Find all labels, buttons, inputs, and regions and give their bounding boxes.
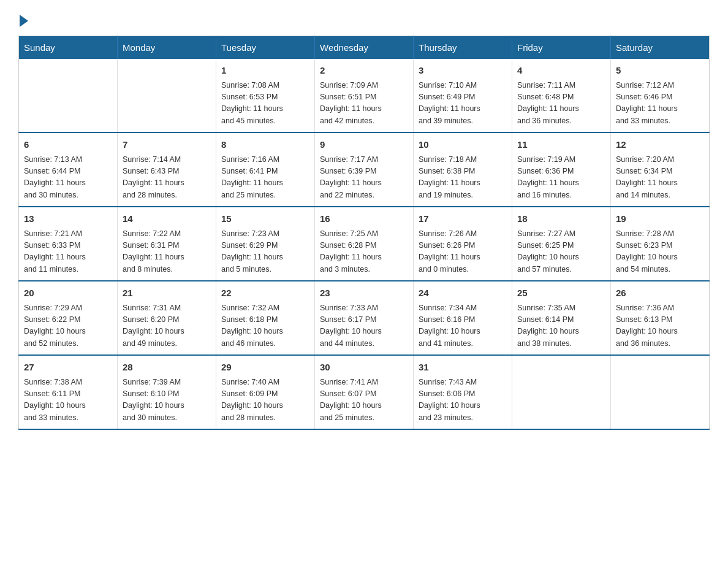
day-info: Sunrise: 7:40 AMSunset: 6:09 PMDaylight:… [221,377,309,424]
calendar-cell: 17Sunrise: 7:26 AMSunset: 6:26 PMDayligh… [414,207,512,281]
day-number: 24 [419,286,507,301]
day-info: Sunrise: 7:29 AMSunset: 6:22 PMDaylight:… [24,302,112,350]
calendar-cell: 11Sunrise: 7:19 AMSunset: 6:36 PMDayligh… [512,132,611,207]
calendar-cell: 9Sunrise: 7:17 AMSunset: 6:39 PMDaylight… [315,132,414,207]
calendar-cell: 18Sunrise: 7:27 AMSunset: 6:25 PMDayligh… [512,207,611,281]
day-number: 3 [419,64,507,78]
calendar-cell [512,355,611,429]
calendar-cell: 10Sunrise: 7:18 AMSunset: 6:38 PMDayligh… [414,132,512,207]
weekday-header-wednesday: Wednesday [315,36,414,59]
day-info: Sunrise: 7:12 AMSunset: 6:46 PMDaylight:… [616,80,704,128]
day-info: Sunrise: 7:35 AMSunset: 6:14 PMDaylight:… [517,302,605,350]
day-number: 6 [24,138,112,152]
day-number: 28 [123,361,211,375]
day-info: Sunrise: 7:16 AMSunset: 6:41 PMDaylight:… [221,154,309,202]
day-info: Sunrise: 7:43 AMSunset: 6:06 PMDaylight:… [419,377,507,424]
day-info: Sunrise: 7:33 AMSunset: 6:17 PMDaylight:… [320,302,408,350]
day-info: Sunrise: 7:22 AMSunset: 6:31 PMDaylight:… [123,228,211,276]
calendar-cell: 23Sunrise: 7:33 AMSunset: 6:17 PMDayligh… [315,281,414,355]
day-info: Sunrise: 7:09 AMSunset: 6:51 PMDaylight:… [320,80,408,128]
day-number: 1 [221,64,309,78]
day-number: 21 [123,286,211,301]
calendar-cell: 14Sunrise: 7:22 AMSunset: 6:31 PMDayligh… [118,207,216,281]
calendar-cell: 25Sunrise: 7:35 AMSunset: 6:14 PMDayligh… [512,281,611,355]
day-info: Sunrise: 7:19 AMSunset: 6:36 PMDaylight:… [517,154,605,202]
calendar-cell: 27Sunrise: 7:38 AMSunset: 6:11 PMDayligh… [19,355,118,429]
day-number: 18 [517,212,605,226]
day-number: 19 [616,212,704,226]
day-number: 25 [517,286,605,301]
calendar-cell: 29Sunrise: 7:40 AMSunset: 6:09 PMDayligh… [216,355,315,429]
day-info: Sunrise: 7:27 AMSunset: 6:25 PMDaylight:… [517,228,605,276]
calendar-cell: 5Sunrise: 7:12 AMSunset: 6:46 PMDaylight… [611,59,710,132]
weekday-header-monday: Monday [118,36,216,59]
calendar-cell: 20Sunrise: 7:29 AMSunset: 6:22 PMDayligh… [19,281,118,355]
day-number: 2 [320,64,408,78]
logo [18,12,28,26]
calendar-cell: 3Sunrise: 7:10 AMSunset: 6:49 PMDaylight… [414,59,512,132]
day-number: 30 [320,361,408,375]
day-number: 16 [320,212,408,226]
calendar-cell [19,59,118,132]
logo-arrow-icon [20,15,28,27]
day-number: 14 [123,212,211,226]
day-info: Sunrise: 7:17 AMSunset: 6:39 PMDaylight:… [320,154,408,202]
day-info: Sunrise: 7:23 AMSunset: 6:29 PMDaylight:… [221,228,309,276]
day-number: 27 [24,361,112,375]
calendar-cell: 19Sunrise: 7:28 AMSunset: 6:23 PMDayligh… [611,207,710,281]
calendar-cell: 21Sunrise: 7:31 AMSunset: 6:20 PMDayligh… [118,281,216,355]
day-info: Sunrise: 7:13 AMSunset: 6:44 PMDaylight:… [24,154,112,202]
weekday-header-thursday: Thursday [414,36,512,59]
calendar-cell: 6Sunrise: 7:13 AMSunset: 6:44 PMDaylight… [19,132,118,207]
day-info: Sunrise: 7:14 AMSunset: 6:43 PMDaylight:… [123,154,211,202]
calendar-cell [611,355,710,429]
calendar-cell: 26Sunrise: 7:36 AMSunset: 6:13 PMDayligh… [611,281,710,355]
week-row-2: 6Sunrise: 7:13 AMSunset: 6:44 PMDaylight… [19,132,710,207]
week-row-5: 27Sunrise: 7:38 AMSunset: 6:11 PMDayligh… [19,355,710,429]
day-number: 31 [419,361,507,375]
calendar-cell: 12Sunrise: 7:20 AMSunset: 6:34 PMDayligh… [611,132,710,207]
day-number: 26 [616,286,704,301]
day-info: Sunrise: 7:21 AMSunset: 6:33 PMDaylight:… [24,228,112,276]
day-number: 11 [517,138,605,152]
weekday-header-friday: Friday [512,36,611,59]
day-info: Sunrise: 7:41 AMSunset: 6:07 PMDaylight:… [320,377,408,424]
day-info: Sunrise: 7:25 AMSunset: 6:28 PMDaylight:… [320,228,408,276]
calendar-cell: 31Sunrise: 7:43 AMSunset: 6:06 PMDayligh… [414,355,512,429]
day-number: 17 [419,212,507,226]
week-row-1: 1Sunrise: 7:08 AMSunset: 6:53 PMDaylight… [19,59,710,132]
calendar-cell: 30Sunrise: 7:41 AMSunset: 6:07 PMDayligh… [315,355,414,429]
day-number: 12 [616,138,704,152]
calendar-cell: 8Sunrise: 7:16 AMSunset: 6:41 PMDaylight… [216,132,315,207]
weekday-header-row: SundayMondayTuesdayWednesdayThursdayFrid… [19,36,710,59]
calendar-cell: 13Sunrise: 7:21 AMSunset: 6:33 PMDayligh… [19,207,118,281]
calendar-cell: 1Sunrise: 7:08 AMSunset: 6:53 PMDaylight… [216,59,315,132]
day-info: Sunrise: 7:28 AMSunset: 6:23 PMDaylight:… [616,228,704,276]
calendar-cell: 16Sunrise: 7:25 AMSunset: 6:28 PMDayligh… [315,207,414,281]
day-number: 22 [221,286,309,301]
weekday-header-sunday: Sunday [19,36,118,59]
day-number: 8 [221,138,309,152]
day-number: 23 [320,286,408,301]
calendar-cell: 24Sunrise: 7:34 AMSunset: 6:16 PMDayligh… [414,281,512,355]
calendar-cell [118,59,216,132]
day-number: 7 [123,138,211,152]
day-number: 13 [24,212,112,226]
day-info: Sunrise: 7:08 AMSunset: 6:53 PMDaylight:… [221,80,309,128]
weekday-header-tuesday: Tuesday [216,36,315,59]
calendar-table: SundayMondayTuesdayWednesdayThursdayFrid… [18,36,710,430]
calendar-cell: 28Sunrise: 7:39 AMSunset: 6:10 PMDayligh… [118,355,216,429]
day-number: 15 [221,212,309,226]
calendar-cell: 4Sunrise: 7:11 AMSunset: 6:48 PMDaylight… [512,59,611,132]
day-info: Sunrise: 7:32 AMSunset: 6:18 PMDaylight:… [221,302,309,350]
calendar-cell: 15Sunrise: 7:23 AMSunset: 6:29 PMDayligh… [216,207,315,281]
day-number: 20 [24,286,112,301]
day-info: Sunrise: 7:10 AMSunset: 6:49 PMDaylight:… [419,80,507,128]
day-info: Sunrise: 7:20 AMSunset: 6:34 PMDaylight:… [616,154,704,202]
day-info: Sunrise: 7:34 AMSunset: 6:16 PMDaylight:… [419,302,507,350]
day-number: 10 [419,138,507,152]
day-number: 9 [320,138,408,152]
calendar-cell: 22Sunrise: 7:32 AMSunset: 6:18 PMDayligh… [216,281,315,355]
calendar-cell: 7Sunrise: 7:14 AMSunset: 6:43 PMDaylight… [118,132,216,207]
day-info: Sunrise: 7:36 AMSunset: 6:13 PMDaylight:… [616,302,704,350]
